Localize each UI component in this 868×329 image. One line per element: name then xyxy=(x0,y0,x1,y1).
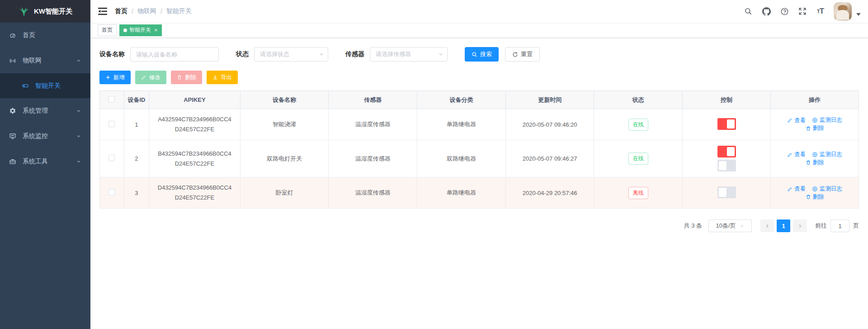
search-button[interactable]: 搜索 xyxy=(465,47,499,62)
sidebar-item-system-tools[interactable]: 系统工具 xyxy=(0,149,90,174)
app-logo[interactable]: KW智能开关 xyxy=(0,0,90,23)
monitor-log-link[interactable]: 监测日志 xyxy=(812,116,842,124)
avatar-caret-icon[interactable] xyxy=(856,13,861,16)
delete-link-label: 删除 xyxy=(813,124,824,132)
trash-icon xyxy=(806,160,811,165)
sidebar-item-label: 物联网 xyxy=(23,57,42,65)
relay-toggle[interactable] xyxy=(717,146,736,157)
status-select[interactable]: 请选择状态 xyxy=(254,47,328,62)
eye-icon xyxy=(812,186,818,192)
delete-link[interactable]: 删除 xyxy=(806,124,824,132)
reset-button[interactable]: 重置 xyxy=(505,47,540,62)
sidebar-submenu-iot: 智能开关 xyxy=(0,73,90,98)
current-page-button[interactable]: 1 xyxy=(777,219,790,232)
breadcrumb-separator: / xyxy=(160,8,162,15)
trash-icon xyxy=(806,126,811,131)
close-icon[interactable]: × xyxy=(154,27,158,33)
sidebar-menu: 首页 物联网 xyxy=(0,23,90,174)
row-checkbox[interactable] xyxy=(108,155,115,161)
plus-icon xyxy=(105,75,111,80)
user-avatar[interactable] xyxy=(834,2,852,20)
export-button[interactable]: 导出 xyxy=(207,71,238,84)
export-button-label: 导出 xyxy=(221,74,232,81)
toolbox-icon xyxy=(9,158,16,165)
app-title: KW智能开关 xyxy=(34,7,72,16)
navbar-actions: TT xyxy=(741,2,861,20)
col-updated: 更新时间 xyxy=(505,91,594,109)
table-header-row: 设备ID APIKEY 设备名称 传感器 设备分类 更新时间 状态 控制 操作 xyxy=(100,91,859,109)
refresh-icon xyxy=(512,52,518,57)
search-icon[interactable] xyxy=(741,2,756,20)
top-navbar: 首页 / 物联网 / 智能开关 xyxy=(90,0,868,23)
chevron-down-icon xyxy=(438,52,443,57)
delete-link[interactable]: 删除 xyxy=(806,159,824,167)
github-icon[interactable] xyxy=(759,2,774,20)
view-link[interactable]: 查看 xyxy=(787,117,806,124)
fullscreen-icon[interactable] xyxy=(795,2,810,20)
sidebar-item-iot[interactable]: 物联网 xyxy=(0,48,90,73)
row-checkbox[interactable] xyxy=(108,189,115,195)
sidebar-item-label: 首页 xyxy=(23,31,35,39)
cell-updated: 2020-05-07 09:46:27 xyxy=(505,140,594,177)
col-control: 控制 xyxy=(683,91,771,109)
relay-toggle[interactable] xyxy=(717,186,736,198)
font-size-icon[interactable]: TT xyxy=(813,2,828,20)
col-sensor: 传感器 xyxy=(329,91,417,109)
trash-icon xyxy=(806,194,811,200)
table-row: 2 B432594C7B234966B0CC4D24E57C22FE 双路电灯开… xyxy=(100,140,859,177)
goto-page-input[interactable] xyxy=(830,219,849,232)
tab-home[interactable]: 首页 xyxy=(98,24,117,36)
help-icon[interactable] xyxy=(777,2,792,20)
device-name-input[interactable] xyxy=(130,47,219,62)
view-link[interactable]: 查看 xyxy=(787,185,806,193)
prev-page-button[interactable] xyxy=(760,219,774,232)
delete-button-label: 删除 xyxy=(185,74,196,81)
next-page-button[interactable] xyxy=(793,219,807,232)
breadcrumb-current: 智能开关 xyxy=(166,7,192,15)
chevron-down-icon xyxy=(76,134,81,139)
breadcrumb-separator: / xyxy=(132,8,133,15)
select-all-header xyxy=(100,91,124,109)
sidebar-item-home[interactable]: 首页 xyxy=(0,23,90,48)
sidebar-item-label: 智能开关 xyxy=(35,82,61,90)
sensor-select[interactable]: 请选择传感器 xyxy=(370,47,448,62)
col-category: 设备分类 xyxy=(417,91,506,109)
trash-icon xyxy=(177,75,182,80)
plant-logo-icon xyxy=(18,6,30,16)
row-checkbox[interactable] xyxy=(108,121,115,127)
tab-smart-switch[interactable]: 智能开关 × xyxy=(119,24,162,36)
devices-table: 设备ID APIKEY 设备名称 传感器 设备分类 更新时间 状态 控制 操作 xyxy=(99,91,859,209)
sidebar-toggle-icon[interactable] xyxy=(98,7,108,15)
delete-button[interactable]: 删除 xyxy=(171,71,202,84)
goto-label: 前往 xyxy=(815,222,827,230)
cell-apikey: A432594C7B234966B0CC4D24E57C22FE xyxy=(149,109,241,140)
cell-device-id: 1 xyxy=(124,109,149,140)
add-button[interactable]: 新增 xyxy=(99,71,131,84)
switch-icon xyxy=(22,82,29,90)
monitor-icon xyxy=(9,133,16,140)
select-all-checkbox[interactable] xyxy=(108,96,115,102)
sidebar-item-system-mgmt[interactable]: 系统管理 xyxy=(0,98,90,124)
edit-button-label: 修改 xyxy=(149,74,160,81)
tab-label: 首页 xyxy=(102,26,113,34)
cell-sensor: 温湿度传感器 xyxy=(329,109,417,140)
chevron-down-icon xyxy=(76,108,81,114)
breadcrumb-home[interactable]: 首页 xyxy=(115,7,127,15)
page-size-select[interactable]: 10条/页 xyxy=(708,219,752,232)
cell-sensor: 温湿度传感器 xyxy=(329,177,417,209)
download-icon xyxy=(212,75,218,80)
pencil-icon xyxy=(141,75,146,80)
monitor-log-link[interactable]: 监测日志 xyxy=(812,151,842,158)
reset-button-label: 重置 xyxy=(521,50,533,58)
relay-toggle[interactable] xyxy=(717,118,736,130)
relay-toggle[interactable] xyxy=(717,160,736,172)
edit-button[interactable]: 修改 xyxy=(135,71,166,84)
delete-link[interactable]: 删除 xyxy=(806,193,824,201)
view-link[interactable]: 查看 xyxy=(787,151,806,158)
col-device-name: 设备名称 xyxy=(240,91,329,109)
monitor-log-link[interactable]: 监测日志 xyxy=(812,185,842,193)
chevron-up-icon xyxy=(76,58,81,63)
sidebar-item-system-monitor[interactable]: 系统监控 xyxy=(0,124,90,149)
monitor-log-label: 监测日志 xyxy=(820,185,842,193)
sidebar-item-smart-switch[interactable]: 智能开关 xyxy=(0,73,90,98)
